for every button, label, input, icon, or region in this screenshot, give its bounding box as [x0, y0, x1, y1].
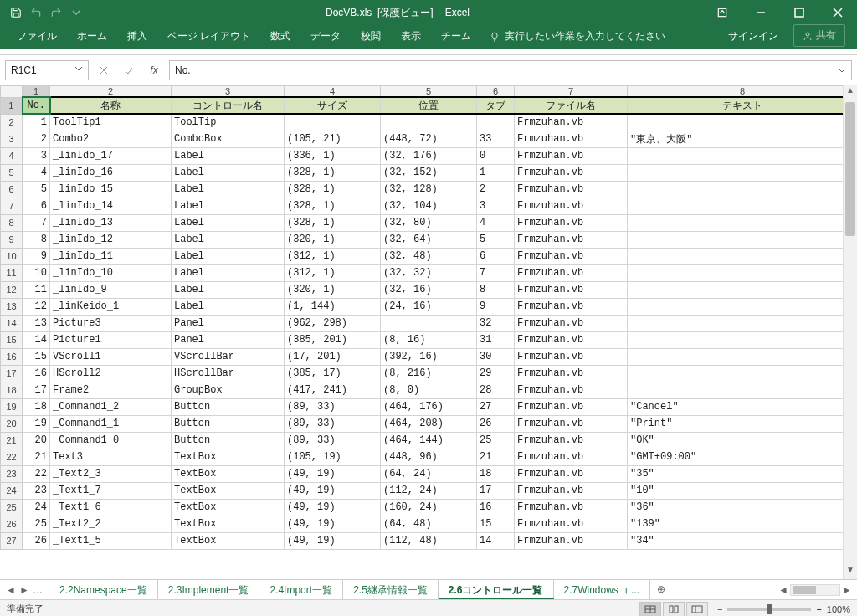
cell[interactable]: _linIdo_9: [50, 281, 172, 298]
header-cell[interactable]: 位置: [381, 97, 477, 114]
minimize-icon[interactable]: [742, 0, 780, 25]
row-header[interactable]: 3: [1, 131, 23, 147]
cell[interactable]: 15: [477, 516, 515, 532]
cell[interactable]: 9: [477, 298, 515, 315]
row-header[interactable]: 4: [1, 147, 23, 164]
cell[interactable]: 6: [23, 198, 50, 214]
cell[interactable]: Frmzuhan.vb: [515, 231, 628, 248]
ribbon-tab-file[interactable]: ファイル: [7, 24, 67, 49]
zoom-in-icon[interactable]: +: [816, 604, 821, 614]
cell[interactable]: 25: [23, 516, 50, 532]
tell-me[interactable]: 実行したい作業を入力してください: [481, 24, 674, 49]
cell[interactable]: _linIdo_11: [50, 248, 172, 264]
share-button[interactable]: 共有: [793, 24, 845, 47]
cell[interactable]: 14: [477, 532, 515, 549]
ribbon-tab-layout[interactable]: ページ レイアウト: [157, 24, 260, 49]
cell[interactable]: 5: [477, 231, 515, 248]
vertical-scrollbar[interactable]: ▲ ▼: [843, 85, 857, 579]
row-header[interactable]: 19: [1, 398, 23, 415]
column-header[interactable]: 6: [477, 86, 515, 98]
cell[interactable]: Label: [172, 248, 285, 264]
cell[interactable]: 15: [23, 348, 50, 365]
cell[interactable]: (112, 48): [381, 532, 477, 549]
column-header[interactable]: 8: [628, 86, 858, 98]
cell[interactable]: (89, 33): [285, 415, 381, 432]
column-header[interactable]: 2: [50, 86, 172, 98]
cell[interactable]: Frmzuhan.vb: [515, 348, 628, 365]
cell[interactable]: _linIdo_15: [50, 181, 172, 198]
cell[interactable]: VScrollBar: [172, 348, 285, 365]
row-header[interactable]: 7: [1, 198, 23, 214]
cell[interactable]: (49, 19): [285, 465, 381, 482]
column-header[interactable]: 4: [285, 86, 381, 98]
row-header[interactable]: 22: [1, 449, 23, 465]
cell[interactable]: 29: [477, 365, 515, 382]
row-header[interactable]: 17: [1, 365, 23, 382]
cell[interactable]: (105, 19): [285, 449, 381, 465]
zoom-out-icon[interactable]: −: [717, 604, 722, 614]
cell[interactable]: Frmzuhan.vb: [515, 382, 628, 398]
cell[interactable]: (962, 298): [285, 315, 381, 331]
cell[interactable]: Label: [172, 264, 285, 281]
cell[interactable]: 33: [477, 131, 515, 147]
cell[interactable]: (320, 1): [285, 281, 381, 298]
select-all-corner[interactable]: [1, 86, 23, 98]
cell[interactable]: (385, 201): [285, 331, 381, 348]
cell[interactable]: 19: [23, 415, 50, 432]
cell[interactable]: Button: [172, 398, 285, 415]
chevron-down-icon[interactable]: [74, 64, 86, 76]
cell[interactable]: [628, 248, 858, 264]
cell[interactable]: (8, 216): [381, 365, 477, 382]
cell[interactable]: 1: [23, 114, 50, 131]
header-cell[interactable]: ファイル名: [515, 97, 628, 114]
qat-dropdown-icon[interactable]: [69, 5, 84, 20]
cell[interactable]: "36": [628, 499, 858, 516]
row-header[interactable]: 9: [1, 231, 23, 248]
hscroll-right-icon[interactable]: ►: [840, 584, 854, 596]
cell[interactable]: Label: [172, 147, 285, 164]
cell[interactable]: 18: [477, 465, 515, 482]
header-cell[interactable]: テキスト: [628, 97, 858, 114]
cell[interactable]: Frame2: [50, 382, 172, 398]
cell[interactable]: 28: [477, 382, 515, 398]
cell[interactable]: Frmzuhan.vb: [515, 331, 628, 348]
sheet-nav-next-icon[interactable]: ►: [18, 584, 30, 596]
cell[interactable]: Frmzuhan.vb: [515, 365, 628, 382]
cell[interactable]: [381, 114, 477, 131]
cell[interactable]: _Command1_0: [50, 432, 172, 449]
cell[interactable]: (328, 1): [285, 164, 381, 181]
cell[interactable]: 9: [23, 248, 50, 264]
cell[interactable]: Frmzuhan.vb: [515, 432, 628, 449]
cell[interactable]: ToolTip: [172, 114, 285, 131]
cell[interactable]: 22: [23, 465, 50, 482]
cell[interactable]: Frmzuhan.vb: [515, 248, 628, 264]
cell[interactable]: 12: [23, 298, 50, 315]
cell[interactable]: "東京、大阪": [628, 131, 858, 147]
cell[interactable]: 5: [23, 181, 50, 198]
cell[interactable]: [628, 264, 858, 281]
cell[interactable]: (49, 19): [285, 516, 381, 532]
cell[interactable]: _linIdo_17: [50, 147, 172, 164]
cell[interactable]: "GMT+09:00": [628, 449, 858, 465]
cell[interactable]: Frmzuhan.vb: [515, 147, 628, 164]
ribbon-tab-data[interactable]: データ: [300, 24, 351, 49]
cell[interactable]: 3: [23, 147, 50, 164]
formula-input[interactable]: No.: [169, 60, 852, 80]
row-header[interactable]: 6: [1, 181, 23, 198]
cell[interactable]: 4: [477, 214, 515, 231]
cell[interactable]: [628, 164, 858, 181]
sign-in-button[interactable]: サインイン: [718, 24, 788, 49]
cell[interactable]: (336, 1): [285, 147, 381, 164]
cell[interactable]: (385, 17): [285, 365, 381, 382]
row-header[interactable]: 23: [1, 465, 23, 482]
cell[interactable]: 27: [477, 398, 515, 415]
cell[interactable]: Frmzuhan.vb: [515, 164, 628, 181]
column-header[interactable]: 5: [381, 86, 477, 98]
header-cell[interactable]: No.: [23, 97, 50, 114]
cell[interactable]: "139": [628, 516, 858, 532]
hscroll-thumb[interactable]: [793, 586, 816, 594]
cell[interactable]: "35": [628, 465, 858, 482]
cell[interactable]: (464, 144): [381, 432, 477, 449]
cell[interactable]: Panel: [172, 315, 285, 331]
sheet-tab[interactable]: 2.6コントロール一覧: [439, 580, 554, 599]
